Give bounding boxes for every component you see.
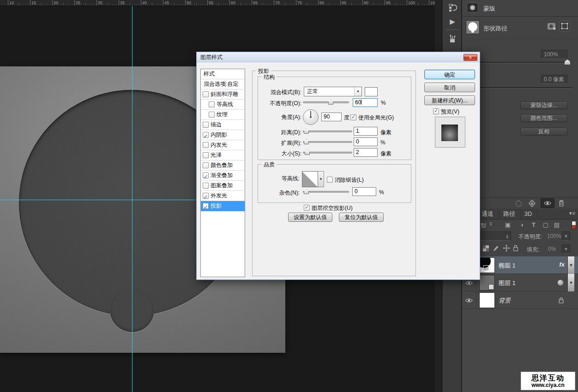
- preview-checkbox[interactable]: [433, 108, 439, 114]
- shadow-color-swatch[interactable]: [365, 87, 378, 96]
- add-pixel-mask-icon[interactable]: [547, 22, 557, 32]
- style-item-5[interactable]: 内发光: [201, 140, 245, 150]
- style-item-8[interactable]: 渐变叠加: [201, 171, 245, 181]
- ruler[interactable]: 1015202530354045505560657075808590951001…: [0, 0, 435, 6]
- size-input[interactable]: 2: [354, 148, 378, 157]
- close-icon[interactable]: ✕: [464, 54, 477, 61]
- style-item-checkbox[interactable]: [203, 162, 209, 168]
- filter-type-icon[interactable]: T: [530, 221, 538, 229]
- spread-slider[interactable]: [303, 139, 352, 145]
- filter-pixel-icon[interactable]: ▣: [504, 221, 512, 229]
- panel-menu-icon[interactable]: ▾≡: [569, 210, 576, 216]
- mask-thumbnail[interactable]: [466, 20, 480, 34]
- vertical-guide[interactable]: [132, 6, 132, 392]
- mask-density-slider[interactable]: [479, 62, 572, 63]
- style-item-1[interactable]: 等高线: [201, 100, 245, 110]
- layer-name[interactable]: 椭圆 1: [499, 261, 516, 270]
- style-item-checkbox[interactable]: [203, 183, 209, 189]
- mask-enable-eye-button[interactable]: [541, 198, 554, 208]
- cancel-button[interactable]: 取消: [424, 83, 475, 92]
- set-default-button[interactable]: 设置为默认值: [288, 213, 332, 222]
- tab-路径[interactable]: 路径: [499, 208, 519, 220]
- style-item-11[interactable]: 投影: [201, 201, 245, 211]
- style-item-checkbox[interactable]: [203, 172, 209, 178]
- style-item-4[interactable]: 内阴影: [201, 130, 245, 140]
- style-item-checkbox[interactable]: [203, 122, 209, 128]
- vector-mask-icon[interactable]: [559, 21, 570, 31]
- distance-input[interactable]: 1: [354, 127, 378, 136]
- layer-effect-icon[interactable]: [557, 279, 564, 286]
- antialias-checkbox[interactable]: [327, 177, 333, 183]
- mask-button-1[interactable]: 颜色范围...: [520, 114, 567, 122]
- tab-3D[interactable]: 3D: [520, 208, 536, 220]
- tool-presets-panel-icon[interactable]: [443, 32, 462, 46]
- actions-panel-icon[interactable]: ▶: [443, 15, 462, 29]
- shadow-opacity-slider[interactable]: [303, 99, 349, 105]
- lock-paint-icon[interactable]: [493, 244, 500, 253]
- mask-feather-slider[interactable]: [479, 87, 572, 89]
- style-item-2[interactable]: 纹理: [201, 110, 245, 120]
- styles-list-blending-options[interactable]: 混合选项:自定: [201, 79, 245, 89]
- style-item-3[interactable]: 描边: [201, 120, 245, 130]
- mask-button-0[interactable]: 蒙版边缘...: [520, 101, 567, 109]
- noise-slider[interactable]: [303, 189, 349, 195]
- delete-mask-trash-icon[interactable]: [558, 199, 565, 208]
- contour-dropdown-arrow[interactable]: ▾: [318, 171, 324, 187]
- mask-feather-value[interactable]: 0.0 像素: [541, 75, 567, 84]
- fill-value[interactable]: 0%: [548, 246, 556, 252]
- style-item-checkbox[interactable]: [203, 142, 209, 148]
- size-slider[interactable]: [303, 149, 352, 155]
- style-item-10[interactable]: 外发光: [201, 191, 245, 201]
- layer-visibility-eye-icon[interactable]: [462, 291, 476, 309]
- spread-input[interactable]: 0: [354, 137, 378, 146]
- style-item-7[interactable]: 颜色叠加: [201, 160, 245, 171]
- style-item-9[interactable]: 图案叠加: [201, 181, 245, 191]
- style-item-6[interactable]: 光泽: [201, 150, 245, 160]
- style-item-checkbox[interactable]: [203, 203, 209, 209]
- style-item-checkbox[interactable]: [203, 152, 209, 158]
- reset-default-button[interactable]: 复位为默认值: [339, 213, 384, 222]
- layer-thumbnail[interactable]: [479, 292, 495, 308]
- style-item-checkbox[interactable]: [203, 193, 209, 199]
- apply-mask-icon[interactable]: [528, 200, 536, 208]
- styles-list-header[interactable]: 样式: [201, 69, 245, 79]
- angle-input[interactable]: 90: [321, 113, 342, 121]
- angle-dial[interactable]: [303, 109, 319, 125]
- dialog-titlebar[interactable]: 图层样式: [197, 52, 480, 62]
- filter-smart-object-icon[interactable]: ▤: [553, 221, 561, 229]
- mask-density-value[interactable]: 100%: [541, 50, 567, 59]
- fill-dropdown-arrow[interactable]: ▾: [562, 244, 570, 254]
- load-selection-icon[interactable]: [516, 201, 522, 207]
- masks-panel-header[interactable]: 蒙版: [462, 0, 578, 17]
- layer-thumbnail[interactable]: [479, 257, 495, 273]
- knockout-checkbox[interactable]: [304, 205, 310, 211]
- layer-name[interactable]: 图层 1: [499, 279, 516, 287]
- layer-effects-chevron-icon[interactable]: ▾: [567, 274, 574, 291]
- shadow-opacity-input[interactable]: 60: [353, 98, 378, 107]
- layer-thumbnail[interactable]: [479, 275, 495, 291]
- blend-mode-dropdown[interactable]: 正常 ▾: [304, 87, 362, 96]
- filter-kind-arrows-icon[interactable]: ⇕: [489, 221, 493, 226]
- layer-fx-badge[interactable]: fx: [559, 261, 565, 268]
- opacity-dropdown-arrow[interactable]: ▾: [562, 232, 570, 241]
- mask-button-2[interactable]: 反相: [520, 128, 567, 136]
- style-item-0[interactable]: 斜面和浮雕: [201, 89, 245, 100]
- layer-row-2[interactable]: 背景: [462, 291, 578, 309]
- style-item-checkbox[interactable]: [209, 101, 215, 107]
- filter-adjustment-icon[interactable]: ◑: [518, 221, 526, 229]
- history-panel-icon[interactable]: [443, 1, 462, 15]
- filter-toggle[interactable]: [572, 221, 576, 229]
- lock-all-icon[interactable]: [513, 244, 518, 253]
- distance-slider[interactable]: [303, 128, 352, 134]
- lock-move-icon[interactable]: [503, 244, 510, 253]
- opacity-value[interactable]: 100%: [547, 233, 561, 239]
- global-light-checkbox[interactable]: [350, 114, 356, 120]
- mask-density-thumb[interactable]: [565, 59, 570, 65]
- filter-shape-icon[interactable]: ▢: [542, 221, 550, 229]
- ok-button[interactable]: 确定: [424, 70, 475, 79]
- style-item-checkbox[interactable]: [203, 132, 209, 138]
- style-item-checkbox[interactable]: [209, 112, 215, 118]
- noise-input[interactable]: 0: [352, 187, 376, 196]
- layer-name[interactable]: 背景: [499, 297, 511, 305]
- lock-transparency-icon[interactable]: [483, 245, 489, 251]
